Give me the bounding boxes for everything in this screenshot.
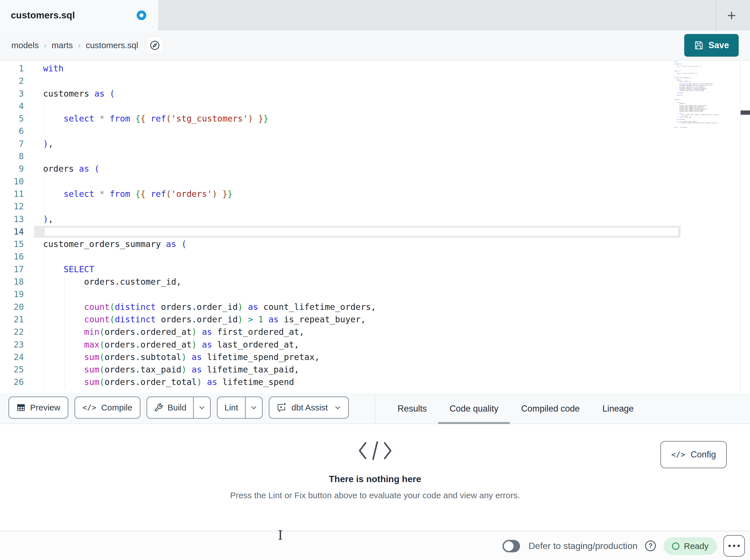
breadcrumb-separator: › (44, 41, 46, 50)
editor-minimap[interactable]: with customers as ( select * from {{ ref… (674, 61, 738, 132)
indent-guide (65, 313, 65, 326)
code-line-18[interactable]: 18 orders.customer_id, (0, 276, 750, 288)
indent-guide (44, 364, 44, 376)
code-icon: </> (82, 403, 97, 412)
empty-state-subtitle: Press the Lint or Fix button above to ev… (177, 491, 574, 500)
line-number: 22 (0, 326, 31, 338)
save-button[interactable]: Save (684, 34, 739, 57)
line-number: 8 (0, 150, 31, 163)
code-line-21[interactable]: 21 count(distinct orders.order_id) > 1 a… (0, 313, 750, 326)
ide-status-badge[interactable]: Ready (664, 537, 717, 555)
code-line-3[interactable]: 3customers as ( (0, 87, 750, 100)
panel-tabs: Results Code quality Compiled code Linea… (386, 394, 645, 423)
navigate-to-file-button[interactable] (145, 36, 164, 55)
code-line-5[interactable]: 5 select * from {{ ref('stg_customers') … (0, 112, 750, 125)
code-line-17[interactable]: 17 SELECT (0, 263, 750, 276)
line-number: 26 (0, 376, 31, 388)
config-button[interactable]: </> Config (660, 441, 727, 468)
indent-guide (65, 338, 65, 351)
dbt-assist-button[interactable]: dbt Assist (269, 397, 349, 419)
indent-guide (44, 100, 44, 112)
table-icon (17, 403, 25, 412)
editor-tab-customers-sql[interactable]: customers.sql (0, 0, 158, 30)
editor-toolbar: Preview </> Compile Build (0, 394, 750, 424)
status-circle-icon (672, 542, 679, 550)
indent-guide (44, 288, 44, 300)
more-options-button[interactable] (723, 535, 745, 557)
config-button-label: Config (690, 450, 716, 460)
build-button[interactable]: Build (146, 397, 211, 419)
indent-guide (44, 263, 44, 276)
line-number: 6 (0, 125, 31, 138)
code-line-14[interactable]: 14 (0, 226, 750, 238)
indent-guide (65, 364, 65, 376)
indent-guide (65, 376, 65, 388)
indent-guide (44, 125, 44, 138)
code-line-8[interactable]: 8 (0, 150, 750, 163)
line-number: 15 (0, 238, 31, 250)
line-number: 20 (0, 301, 31, 313)
indent-guide (44, 175, 44, 188)
lint-button-main[interactable]: Lint (217, 397, 245, 418)
code-line-20[interactable]: 20 count(distinct orders.order_id) as co… (0, 301, 750, 313)
toolbar-actions: Preview </> Compile Build (8, 397, 349, 419)
code-line-19[interactable]: 19 (0, 288, 750, 300)
compile-button[interactable]: </> Compile (75, 397, 140, 419)
code-line-25[interactable]: 25 sum(orders.tax_paid) as lifetime_tax_… (0, 364, 750, 376)
tab-code-quality[interactable]: Code quality (438, 394, 510, 423)
code-line-7[interactable]: 7), (0, 138, 750, 150)
lint-dropdown-toggle[interactable] (245, 397, 262, 418)
defer-toggle[interactable] (502, 540, 520, 552)
code-line-9[interactable]: 9orders as ( (0, 163, 750, 175)
indent-guide (65, 288, 65, 300)
help-icon[interactable]: ? (645, 540, 656, 551)
indent-guide (65, 276, 65, 288)
indent-guide (65, 326, 65, 338)
preview-button[interactable]: Preview (8, 397, 68, 419)
indent-guide (44, 326, 44, 338)
compile-button-label: Compile (101, 403, 133, 412)
chevron-down-icon (251, 406, 257, 410)
code-line-4[interactable]: 4 (0, 100, 750, 112)
code-line-1[interactable]: 1with (0, 62, 750, 75)
indent-guide (65, 301, 65, 313)
build-dropdown-toggle[interactable] (193, 397, 210, 418)
scrollbar-thumb[interactable] (741, 110, 750, 115)
code-line-6[interactable]: 6 (0, 125, 750, 138)
code-line-10[interactable]: 10 (0, 175, 750, 188)
tab-lineage[interactable]: Lineage (591, 394, 645, 423)
code-editor[interactable]: 1with23customers as (45 select * from {{… (0, 61, 750, 394)
lint-button-label: Lint (224, 403, 238, 412)
code-line-24[interactable]: 24 sum(orders.subtotal) as lifetime_spen… (0, 351, 750, 364)
minimap-content: with customers as ( select * from {{ ref… (674, 61, 692, 128)
save-button-label: Save (709, 40, 729, 50)
new-tab-button[interactable]: + (722, 0, 742, 30)
save-icon (694, 41, 704, 50)
code-line-23[interactable]: 23 max(orders.ordered_at) as last_ordere… (0, 338, 750, 351)
tab-compiled-code[interactable]: Compiled code (510, 394, 591, 423)
active-line-highlight (34, 226, 680, 238)
indent-guide (44, 351, 44, 364)
ide-status-label: Ready (684, 541, 709, 551)
code-line-11[interactable]: 11 select * from {{ ref('orders') }} (0, 188, 750, 200)
indent-guide (65, 351, 65, 364)
code-line-26[interactable]: 26 sum(orders.order_total) as lifetime_s… (0, 376, 750, 388)
indent-guide (44, 376, 44, 388)
dot (728, 545, 731, 547)
empty-state-title: There is nothing here (177, 474, 574, 484)
code-line-2[interactable]: 2 (0, 75, 750, 87)
code-line-13[interactable]: 13), (0, 213, 750, 226)
compass-icon (150, 40, 160, 51)
build-button-main[interactable]: Build (147, 397, 193, 418)
code-line-12[interactable]: 12 (0, 200, 750, 213)
tab-results[interactable]: Results (386, 394, 438, 423)
lint-button[interactable]: Lint (217, 397, 262, 419)
code-line-22[interactable]: 22 min(orders.ordered_at) as first_order… (0, 326, 750, 338)
build-button-label: Build (167, 403, 186, 412)
code-line-16[interactable]: 16 (0, 250, 750, 263)
indent-guide (44, 313, 44, 326)
code-icon: </> (671, 450, 685, 459)
code-line-15[interactable]: 15customer_orders_summary as ( (0, 238, 750, 250)
indent-guide (44, 338, 44, 351)
line-number: 7 (0, 138, 31, 150)
